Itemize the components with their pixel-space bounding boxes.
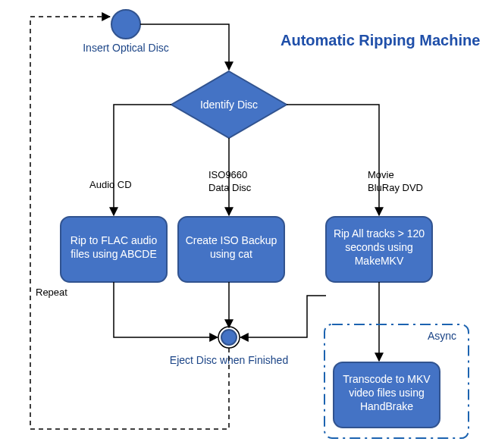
edge-mkv-eject [240,296,326,337]
mkv-l1: Rip All tracks > 120 [334,227,425,240]
start-label: Insert Optical Disc [83,42,169,54]
mkv-l3: MakeMKV [355,255,404,267]
start-node [111,10,140,39]
branch-audio-label: Audio CD [89,179,132,190]
edge-identify-flac [114,105,171,215]
edge-identify-mkv [287,105,379,215]
flac-l1: Rip to FLAC audio [71,234,158,246]
branch-iso-label-2: Data Disc [208,182,252,193]
async-label: Async [428,330,456,342]
branch-movie-label-2: BluRay DVD [368,182,423,193]
hb-l3: HandBrake [360,400,413,412]
branch-movie-label-1: Movie [368,169,394,180]
edge-flac-eject [114,282,218,337]
hb-l1: Transcode to MKV [343,373,431,385]
eject-node [221,330,237,345]
repeat-label: Repeat [36,287,67,298]
iso-l1: Create ISO Backup [186,234,277,246]
iso-l2: using cat [210,248,252,260]
flowchart: Automatic Ripping Machine Insert Optical… [0,0,489,448]
branch-iso-label-1: ISO9660 [208,169,247,180]
mkv-l2: seconds using [345,241,413,253]
diagram-title: Automatic Ripping Machine [281,32,480,49]
hb-l2: video files using [349,387,425,399]
flac-l2: files using ABCDE [71,248,157,260]
identify-label: Identify Disc [200,99,258,111]
